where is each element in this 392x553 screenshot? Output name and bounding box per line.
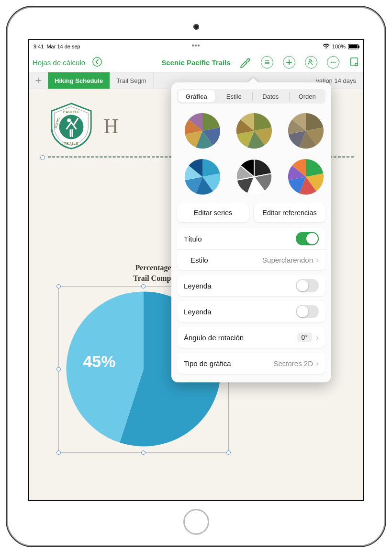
chart-style-option[interactable] xyxy=(184,158,221,196)
add-icon[interactable] xyxy=(283,56,295,69)
resize-handle[interactable] xyxy=(56,450,61,455)
status-date: Mar 14 de sep xyxy=(46,44,80,49)
seg-estilo[interactable]: Estilo xyxy=(216,89,253,104)
chart-style-option[interactable] xyxy=(235,158,273,196)
chevron-right-icon: › xyxy=(316,333,319,343)
more-icon[interactable] xyxy=(327,56,339,69)
home-button[interactable] xyxy=(183,509,209,535)
svg-point-0 xyxy=(93,57,101,66)
resize-handle[interactable] xyxy=(226,450,231,455)
chevron-right-icon: › xyxy=(316,358,319,369)
row-value: Sectores 2D xyxy=(273,359,313,368)
edit-series-button[interactable]: Editar series xyxy=(177,203,249,222)
popover-segmented-control[interactable]: Gráfica Estilo Datos Orden xyxy=(177,89,325,104)
back-button[interactable]: Hojas de cálculo xyxy=(33,58,85,67)
row-rotation-angle[interactable]: Ángulo de rotación 0°› xyxy=(177,327,325,348)
logo-badge: PACIFIC SCENIC TRAILS xyxy=(48,103,95,150)
chevron-right-icon: › xyxy=(316,255,319,265)
wifi-icon xyxy=(323,44,330,50)
row-label: Ángulo de rotación xyxy=(184,334,244,342)
svg-point-5 xyxy=(335,62,336,63)
sheet-tab-active[interactable]: Hiking Schedule xyxy=(48,72,110,89)
row-title-style[interactable]: Estilo Superclarendon› xyxy=(177,249,325,270)
svg-text:TRAILS: TRAILS xyxy=(64,142,79,145)
multitask-indicator[interactable]: ••• xyxy=(192,42,201,49)
battery-pct: 100% xyxy=(332,44,346,49)
add-sheet-button[interactable]: + xyxy=(29,72,48,89)
toolbar: Hojas de cálculo Scenic Pacific Trails xyxy=(29,53,363,72)
svg-text:PACIFIC: PACIFIC xyxy=(63,110,79,114)
chart-style-option[interactable] xyxy=(287,112,325,150)
row-leyenda-1[interactable]: Leyenda xyxy=(177,275,325,296)
svg-point-3 xyxy=(331,62,332,63)
chart-styles-grid xyxy=(171,108,331,203)
collaborate-icon[interactable] xyxy=(305,56,317,69)
insert-icon[interactable] xyxy=(349,57,359,69)
status-time: 9:41 xyxy=(34,44,44,49)
popover-pointer xyxy=(248,78,258,83)
row-label: Leyenda xyxy=(184,308,212,316)
document-title[interactable]: Scenic Pacific Trails xyxy=(161,58,230,67)
svg-point-4 xyxy=(333,62,334,63)
row-label: Tipo de gráfica xyxy=(184,359,231,368)
row-label: Título xyxy=(184,235,202,243)
undo-button[interactable] xyxy=(92,57,102,69)
format-panel-icon[interactable] xyxy=(261,56,273,69)
seg-orden[interactable]: Orden xyxy=(289,89,326,104)
chart-style-option[interactable] xyxy=(287,158,325,196)
sheet-tab-2[interactable]: Trail Segm xyxy=(110,72,153,89)
svg-point-9 xyxy=(67,118,71,122)
leyenda-switch-2[interactable] xyxy=(296,305,319,318)
seg-grafica[interactable]: Gráfica xyxy=(178,90,215,103)
edit-references-button[interactable]: Editar referencias xyxy=(254,203,325,222)
row-titulo[interactable]: Título xyxy=(177,228,325,249)
leyenda-switch-1[interactable] xyxy=(296,279,319,292)
format-popover: Gráfica Estilo Datos Orden Editar series… xyxy=(171,82,331,382)
row-chart-type[interactable]: Tipo de gráfica Sectores 2D› xyxy=(177,353,325,374)
svg-text:45%: 45% xyxy=(83,352,115,370)
row-leyenda-2[interactable]: Leyenda xyxy=(177,301,325,322)
chart-style-option[interactable] xyxy=(235,112,273,150)
battery-icon xyxy=(348,44,358,49)
row-value: 0° xyxy=(297,333,312,342)
front-camera xyxy=(193,24,199,30)
svg-point-8 xyxy=(59,115,84,139)
titulo-switch[interactable] xyxy=(296,232,319,245)
seg-datos[interactable]: Datos xyxy=(252,89,289,104)
svg-point-1 xyxy=(309,60,312,62)
row-label: Leyenda xyxy=(184,282,212,290)
resize-handle[interactable] xyxy=(141,450,146,455)
format-brush-icon[interactable] xyxy=(239,56,251,69)
chart-style-option[interactable] xyxy=(184,112,221,150)
row-label: Estilo xyxy=(190,256,208,264)
origin-handle[interactable] xyxy=(40,155,45,160)
row-value: Superclarendon xyxy=(262,256,313,264)
